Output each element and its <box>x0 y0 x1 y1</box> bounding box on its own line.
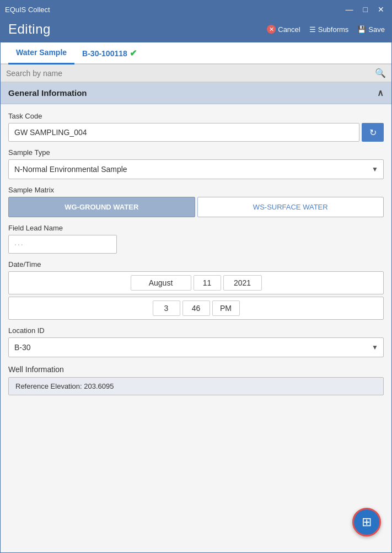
tab-b30-checkmark: ✔ <box>130 48 137 58</box>
tab-bar: Water Sample B-30-100118 ✔ <box>1 42 391 65</box>
time-row: 3 46 PM <box>13 300 379 316</box>
datetime-label: Date/Time <box>8 260 384 269</box>
minimize-button[interactable]: — <box>343 4 356 15</box>
cancel-button[interactable]: ✕ Cancel <box>267 25 300 34</box>
subforms-icon: ☰ <box>309 25 316 34</box>
matrix-btn-wg[interactable]: WG-GROUND WATER <box>8 197 195 217</box>
general-info-title: General Information <box>8 88 87 98</box>
app-header: Editing ✕ Cancel ☰ Subforms 💾 Save <box>1 18 391 42</box>
sample-type-label: Sample Type <box>8 148 384 157</box>
save-icon: 💾 <box>357 25 366 34</box>
floating-action-button[interactable]: ⊞ <box>352 508 381 536</box>
save-button[interactable]: 💾 Save <box>357 25 385 34</box>
tab-water-sample[interactable]: Water Sample <box>8 42 74 65</box>
time-row-outer: 3 46 PM <box>8 297 384 320</box>
search-bar: 🔍 <box>1 65 391 82</box>
tab-b30-badge: B-30-100118 ✔ <box>82 48 137 58</box>
search-icon: 🔍 <box>375 68 386 78</box>
date-year[interactable]: 2021 <box>223 275 262 291</box>
cancel-icon: ✕ <box>267 25 276 34</box>
content-area: 🔍 General Information ∧ Task Code ↻ Samp… <box>1 65 391 552</box>
general-info-section-header: General Information ∧ <box>1 82 391 104</box>
form-content: Task Code ↻ Sample Type N-Normal Environ… <box>1 104 391 402</box>
location-id-wrapper: B-30 B-31 B-32 ▼ <box>8 337 384 357</box>
location-id-label: Location ID <box>8 326 384 335</box>
save-label: Save <box>368 25 385 34</box>
refresh-icon: ↻ <box>369 127 377 138</box>
title-bar-title: EQuIS Collect <box>5 6 50 14</box>
subforms-button[interactable]: ☰ Subforms <box>309 25 349 34</box>
time-hour[interactable]: 3 <box>153 300 180 316</box>
sample-matrix-label: Sample Matrix <box>8 186 384 194</box>
date-row-outer: August 11 2021 <box>8 271 384 294</box>
tab-b30-label: B-30-100118 <box>82 49 127 58</box>
subforms-label: Subforms <box>318 25 349 34</box>
date-month[interactable]: August <box>131 275 191 291</box>
search-input[interactable] <box>6 69 375 78</box>
sample-type-wrapper: N-Normal Environmental Sample Q-Quality … <box>8 159 384 179</box>
tab-b30[interactable]: B-30-100118 ✔ <box>74 42 144 65</box>
date-day[interactable]: 11 <box>194 275 221 291</box>
maximize-button[interactable]: □ <box>361 4 370 15</box>
tab-water-sample-label: Water Sample <box>16 48 67 57</box>
task-code-input[interactable] <box>8 123 359 142</box>
field-lead-name-input[interactable] <box>8 235 117 254</box>
sample-type-select[interactable]: N-Normal Environmental Sample Q-Quality … <box>8 159 384 179</box>
header-actions: ✕ Cancel ☰ Subforms 💾 Save <box>267 25 385 34</box>
floating-action-icon: ⊞ <box>362 515 372 529</box>
task-code-label: Task Code <box>8 112 384 120</box>
well-info-content: Reference Elevation: 203.6095 <box>8 377 384 395</box>
matrix-btn-ws-label: WS-SURFACE WATER <box>253 203 328 211</box>
task-code-refresh-button[interactable]: ↻ <box>362 123 384 142</box>
reference-elevation-text: Reference Elevation: 203.6095 <box>15 382 114 390</box>
collapse-icon[interactable]: ∧ <box>377 88 384 98</box>
sample-matrix-row: WG-GROUND WATER WS-SURFACE WATER <box>8 197 384 217</box>
location-id-select[interactable]: B-30 B-31 B-32 <box>8 337 384 357</box>
time-ampm[interactable]: PM <box>212 300 240 316</box>
title-bar: EQuIS Collect — □ ✕ <box>1 1 391 18</box>
title-bar-controls: — □ ✕ <box>343 4 387 15</box>
time-minute[interactable]: 46 <box>182 300 210 316</box>
date-row: August 11 2021 <box>13 275 379 291</box>
app-window: EQuIS Collect — □ ✕ Editing ✕ Cancel ☰ S… <box>0 0 392 553</box>
matrix-btn-ws[interactable]: WS-SURFACE WATER <box>197 197 384 217</box>
field-lead-name-label: Field Lead Name <box>8 224 384 232</box>
cancel-label: Cancel <box>278 25 300 34</box>
well-info-label: Well Information <box>8 365 384 374</box>
close-button[interactable]: ✕ <box>375 4 387 15</box>
task-code-row: ↻ <box>8 123 384 142</box>
matrix-btn-wg-label: WG-GROUND WATER <box>65 203 138 211</box>
app-title: Editing <box>8 22 51 37</box>
